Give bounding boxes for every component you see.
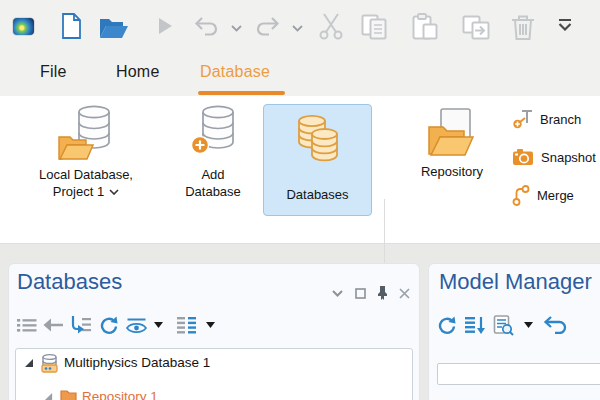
local-database-project-text: Project 1 <box>53 184 104 201</box>
branch-icon <box>512 108 533 130</box>
tab-file[interactable]: File <box>40 63 67 81</box>
chevron-down-icon <box>292 25 303 32</box>
refresh-icon <box>438 316 457 335</box>
panel-menu-button[interactable] <box>329 285 345 301</box>
show-button[interactable] <box>123 314 149 336</box>
panel-maximize-button[interactable] <box>352 285 368 301</box>
refresh-icon <box>100 316 119 335</box>
local-database-label-line2: Project 1 <box>53 184 119 201</box>
arrow-left-icon <box>43 318 64 332</box>
tree-item-label: Repository 1 <box>82 387 158 400</box>
run-button[interactable] <box>157 17 173 35</box>
branch-label: Branch <box>540 112 581 127</box>
add-database-icon <box>190 105 236 163</box>
copy-button[interactable] <box>361 14 389 40</box>
columns-button[interactable] <box>173 314 199 336</box>
branch-button[interactable]: Branch <box>512 108 581 130</box>
show-in-list-button[interactable] <box>15 314 39 336</box>
trash-icon <box>510 14 536 41</box>
chevron-down-icon <box>109 189 119 195</box>
add-database-button[interactable]: Add Database <box>170 102 256 216</box>
comsol-logo-icon <box>13 18 34 35</box>
repository-button[interactable]: Repository <box>398 102 506 216</box>
redo-dropdown-button[interactable] <box>292 25 303 32</box>
redo-icon <box>255 17 280 37</box>
back-button[interactable] <box>41 314 65 336</box>
dropdown-arrow-icon <box>154 322 163 328</box>
duplicate-button[interactable] <box>462 15 490 40</box>
repository-folder-icon <box>60 389 77 400</box>
databases-tree[interactable]: Multiphysics Database 1 Repository 1 <box>15 348 413 400</box>
snapshot-button[interactable]: Snapshot <box>512 148 596 166</box>
merge-button[interactable]: Merge <box>512 184 574 206</box>
dropdown-arrow-icon <box>206 322 215 328</box>
scissors-icon <box>318 13 344 41</box>
filter-input[interactable] <box>437 363 600 385</box>
open-folder-icon <box>99 16 129 39</box>
model-manager-panel-title: Model Manager <box>439 269 592 295</box>
add-database-label-line1: Add <box>201 167 224 184</box>
columns-icon <box>176 316 197 334</box>
document-search-icon <box>493 315 514 336</box>
maximize-icon <box>355 288 366 299</box>
delete-button[interactable] <box>510 14 536 41</box>
goto-node-icon <box>70 316 92 334</box>
preview-button[interactable] <box>491 314 515 336</box>
open-file-button[interactable] <box>99 16 129 39</box>
paste-icon <box>411 13 439 41</box>
list-icon <box>17 318 37 333</box>
merge-icon <box>512 184 530 206</box>
panel-close-button[interactable] <box>396 285 412 301</box>
new-file-button[interactable] <box>61 13 82 39</box>
sort-button[interactable] <box>463 314 487 336</box>
expand-arrow-icon[interactable] <box>24 358 34 368</box>
toolbar-customize-button[interactable] <box>558 19 572 31</box>
preview-dropdown-button[interactable] <box>521 314 535 336</box>
paste-button[interactable] <box>411 13 439 41</box>
refresh-button[interactable] <box>435 314 459 336</box>
merge-label: Merge <box>537 188 574 203</box>
model-manager-panel: Model Manager <box>428 263 600 400</box>
columns-dropdown-button[interactable] <box>203 314 217 336</box>
play-icon <box>157 17 173 35</box>
pin-icon <box>377 286 388 300</box>
app-menu-button[interactable] <box>13 18 34 35</box>
repository-label: Repository <box>421 164 483 181</box>
tab-home[interactable]: Home <box>116 63 159 81</box>
new-file-icon <box>61 13 82 39</box>
undo-dropdown-button[interactable] <box>231 25 242 32</box>
repository-icon <box>428 108 476 158</box>
expand-arrow-icon[interactable] <box>44 392 53 400</box>
chevron-down-icon <box>231 25 242 32</box>
tree-item-repository[interactable]: Repository 1 <box>16 387 412 400</box>
undo-button[interactable] <box>194 17 219 37</box>
chevron-down-icon <box>332 290 343 297</box>
tree-item-multiphysics-database[interactable]: Multiphysics Database 1 <box>16 353 412 373</box>
show-dropdown-button[interactable] <box>151 314 165 336</box>
snapshot-label: Snapshot <box>541 150 596 165</box>
cut-button[interactable] <box>318 13 344 41</box>
redo-button[interactable] <box>255 17 280 37</box>
close-icon <box>399 288 410 299</box>
databases-panel: Databases <box>8 263 420 400</box>
refresh-button[interactable] <box>97 314 121 336</box>
customize-toolbar-icon <box>558 19 572 31</box>
databases-label: Databases <box>286 187 348 204</box>
snapshot-icon <box>512 148 534 166</box>
panel-pin-button[interactable] <box>374 285 390 301</box>
databases-button[interactable]: Databases <box>263 104 372 216</box>
go-to-node-button[interactable] <box>69 314 93 336</box>
undo-icon <box>194 17 219 37</box>
eye-icon <box>125 317 148 334</box>
title-bar: File Home Database <box>0 0 600 96</box>
active-tab-underline <box>198 91 285 95</box>
local-database-button[interactable]: Local Database, Project 1 <box>12 102 160 216</box>
ribbon: Local Database, Project 1 Add Database D… <box>0 96 600 244</box>
databases-panel-title: Databases <box>17 269 122 295</box>
add-database-label-line2: Database <box>185 184 241 201</box>
dropdown-arrow-icon <box>524 322 533 328</box>
tab-database[interactable]: Database <box>200 63 270 81</box>
undo-icon <box>543 316 567 334</box>
sort-list-icon <box>464 316 486 335</box>
undo-button[interactable] <box>543 314 567 336</box>
